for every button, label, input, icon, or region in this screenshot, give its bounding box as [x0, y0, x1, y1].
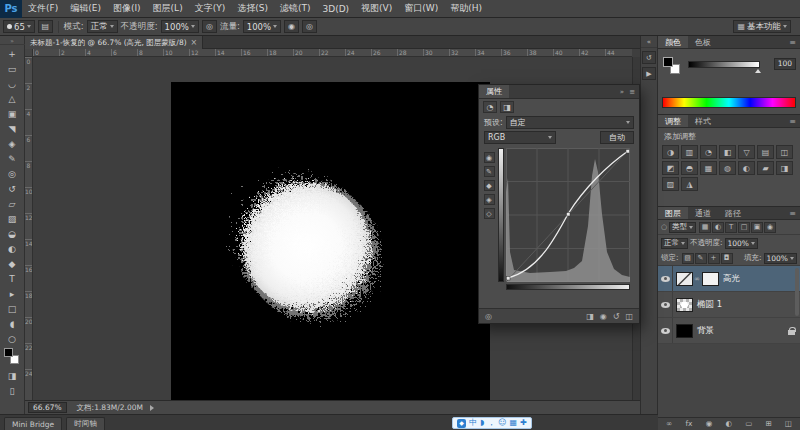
- hue-saturation-adjustment-icon[interactable]: ▤: [757, 145, 774, 159]
- tab-styles[interactable]: 样式: [688, 115, 718, 127]
- move-tool[interactable]: +: [2, 46, 23, 61]
- draw-curve-pencil-icon[interactable]: ✎: [484, 166, 495, 177]
- ime-punctuation-toggle[interactable]: ，: [487, 419, 495, 427]
- new-group-icon[interactable]: ▭: [745, 420, 752, 428]
- delete-icon[interactable]: ◫: [625, 312, 633, 321]
- collapse-panel-icon[interactable]: »: [620, 88, 624, 96]
- layer-name[interactable]: 高光: [723, 273, 740, 285]
- blend-mode-select[interactable]: 正常: [87, 20, 118, 33]
- exposure-adjustment-icon[interactable]: ◧: [719, 145, 736, 159]
- panel-menu-icon[interactable]: ≡: [789, 36, 796, 48]
- panel-menu-icon[interactable]: ≡: [789, 115, 796, 127]
- layer-mask-thumbnail[interactable]: [702, 272, 719, 286]
- menu-item[interactable]: 滤镜(T): [274, 0, 317, 18]
- ime-soft-keyboard-button[interactable]: ▦: [510, 419, 518, 427]
- brush-preset-picker[interactable]: 65: [3, 20, 35, 33]
- expand-panels-button[interactable]: «: [641, 36, 657, 48]
- channel-mixer-adjustment-icon[interactable]: ▦: [700, 161, 717, 175]
- menu-item[interactable]: 编辑(E): [64, 0, 107, 18]
- panel-menu-icon[interactable]: ≡: [789, 207, 796, 219]
- properties-panel-titlebar[interactable]: 属性 » ≡: [479, 85, 639, 99]
- eyedropper-tool[interactable]: ◥: [2, 121, 23, 136]
- threshold-adjustment-icon[interactable]: ◨: [776, 161, 793, 175]
- visibility-icon[interactable]: ◉: [600, 312, 607, 321]
- color-swatches[interactable]: [2, 348, 22, 366]
- layer-name[interactable]: 背景: [697, 325, 714, 337]
- filter-switch-icon[interactable]: ◉: [764, 222, 776, 233]
- levels-adjustment-icon[interactable]: ▥: [681, 145, 698, 159]
- tab-layers[interactable]: 图层: [658, 207, 688, 219]
- foreground-color-swatch[interactable]: [4, 348, 13, 357]
- tab-paths[interactable]: 路径: [718, 207, 748, 219]
- quick-selection-tool[interactable]: △: [2, 91, 23, 106]
- filter-adjustment-layers-icon[interactable]: ◐: [712, 222, 724, 233]
- white-point-eyedropper-icon[interactable]: ◇: [484, 208, 495, 219]
- masks-properties-icon[interactable]: ◨: [500, 101, 514, 113]
- menu-item[interactable]: 视图(V): [355, 0, 398, 18]
- filter-type-select[interactable]: 类型: [669, 222, 696, 233]
- black-point-eyedropper-icon[interactable]: ◆: [484, 180, 495, 191]
- flow-select[interactable]: 100%: [243, 20, 281, 33]
- pressure-size-icon[interactable]: ◎: [302, 20, 317, 33]
- filter-type-layers-icon[interactable]: T: [725, 222, 737, 233]
- black-white-adjustment-icon[interactable]: ◩: [662, 161, 679, 175]
- auto-button[interactable]: 自动: [600, 131, 634, 144]
- pressure-opacity-icon[interactable]: ◎: [202, 20, 217, 33]
- foreground-swatch[interactable]: [663, 57, 673, 67]
- spot-healing-brush-tool[interactable]: ◈: [2, 136, 23, 151]
- ime-emoji-button[interactable]: ☺: [498, 419, 506, 427]
- curves-adjustment-icon[interactable]: ◔: [700, 145, 717, 159]
- crop-tool[interactable]: ▣: [2, 106, 23, 121]
- lasso-tool[interactable]: ◡: [2, 76, 23, 91]
- panel-menu-icon[interactable]: ≡: [629, 88, 635, 96]
- rectangle-tool[interactable]: □: [2, 301, 23, 316]
- hand-tool[interactable]: ◖: [2, 316, 23, 331]
- layer-row-background[interactable]: 背景: [658, 318, 800, 344]
- menu-item[interactable]: 图像(I): [107, 0, 147, 18]
- quick-mask-button[interactable]: ◨: [2, 368, 23, 383]
- brightness-contrast-adjustment-icon[interactable]: ◑: [662, 145, 679, 159]
- ime-fullwidth-toggle[interactable]: ◗: [480, 419, 484, 427]
- layer-opacity-select[interactable]: 100%: [725, 238, 758, 249]
- color-lookup-adjustment-icon[interactable]: ◍: [719, 161, 736, 175]
- airbrush-icon[interactable]: ◉: [284, 20, 299, 33]
- lock-transparency-icon[interactable]: ▨: [682, 253, 694, 264]
- ime-logo-icon[interactable]: ◆: [457, 419, 466, 428]
- posterize-adjustment-icon[interactable]: ▰: [757, 161, 774, 175]
- add-adjustment-layer-icon[interactable]: ◐: [725, 420, 732, 428]
- tab-swatches[interactable]: 色板: [688, 36, 718, 48]
- targeted-adjustment-icon[interactable]: ◎: [485, 312, 492, 321]
- visibility-toggle[interactable]: [658, 266, 673, 291]
- pen-tool[interactable]: ◆: [2, 256, 23, 271]
- ime-chinese-english-toggle[interactable]: 中: [469, 419, 477, 427]
- slider-handle-icon[interactable]: [755, 69, 761, 73]
- tab-properties[interactable]: 属性: [479, 85, 509, 98]
- tab-adjustments[interactable]: 调整: [658, 115, 688, 127]
- menu-item[interactable]: 文字(Y): [189, 0, 232, 18]
- gray-point-eyedropper-icon[interactable]: ◈: [484, 194, 495, 205]
- visibility-toggle[interactable]: [658, 318, 673, 343]
- close-tab-icon[interactable]: ×: [191, 38, 198, 47]
- layer-thumbnail[interactable]: [676, 298, 693, 312]
- reset-icon[interactable]: ↺: [613, 312, 620, 321]
- fill-select[interactable]: 100%: [764, 253, 797, 264]
- document-tab[interactable]: 未标题-1-恢复的 @ 66.7% (高光, 图层蒙版/8) ×: [25, 36, 203, 49]
- layer-list-scrollbar[interactable]: [795, 268, 799, 316]
- canvas[interactable]: [171, 82, 490, 400]
- photo-filter-adjustment-icon[interactable]: ◓: [681, 161, 698, 175]
- filter-pixel-layers-icon[interactable]: ▦: [699, 222, 711, 233]
- invert-adjustment-icon[interactable]: ◐: [738, 161, 755, 175]
- tab-channels[interactable]: 通道: [688, 207, 718, 219]
- menu-item[interactable]: 3D(D): [316, 0, 355, 18]
- toolbar-collapse-button[interactable]: »: [0, 36, 25, 45]
- rectangular-marquee-tool[interactable]: ▭: [2, 61, 23, 76]
- curve-editor[interactable]: [506, 148, 630, 282]
- screen-mode-button[interactable]: ▯: [2, 383, 23, 398]
- clone-stamp-tool[interactable]: ◎: [2, 166, 23, 181]
- bottom-panel-tab[interactable]: 时间轴: [66, 417, 105, 430]
- curves-adjustment-thumbnail[interactable]: [676, 272, 693, 286]
- gradient-tool[interactable]: ▨: [2, 211, 23, 226]
- lock-paint-icon[interactable]: ✎: [695, 253, 707, 264]
- curves-properties-icon[interactable]: ◔: [483, 101, 497, 113]
- zoom-level-input[interactable]: 66.67%: [28, 402, 67, 413]
